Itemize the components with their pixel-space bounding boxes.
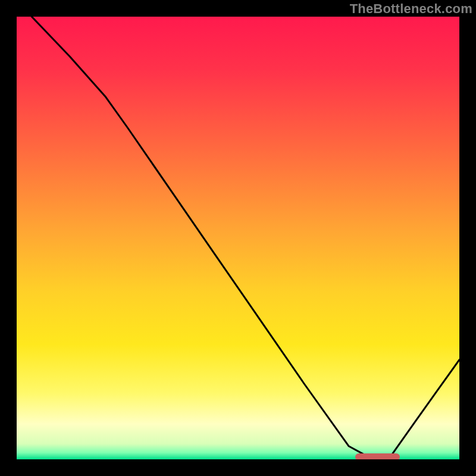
watermark-label: TheBottleneck.com <box>350 1 472 17</box>
chart-frame: TheBottleneck.com <box>0 0 476 476</box>
plot-area <box>17 17 459 459</box>
flat-minimum-marker <box>355 453 399 459</box>
plot-svg <box>17 17 459 459</box>
gradient-background <box>17 17 459 459</box>
